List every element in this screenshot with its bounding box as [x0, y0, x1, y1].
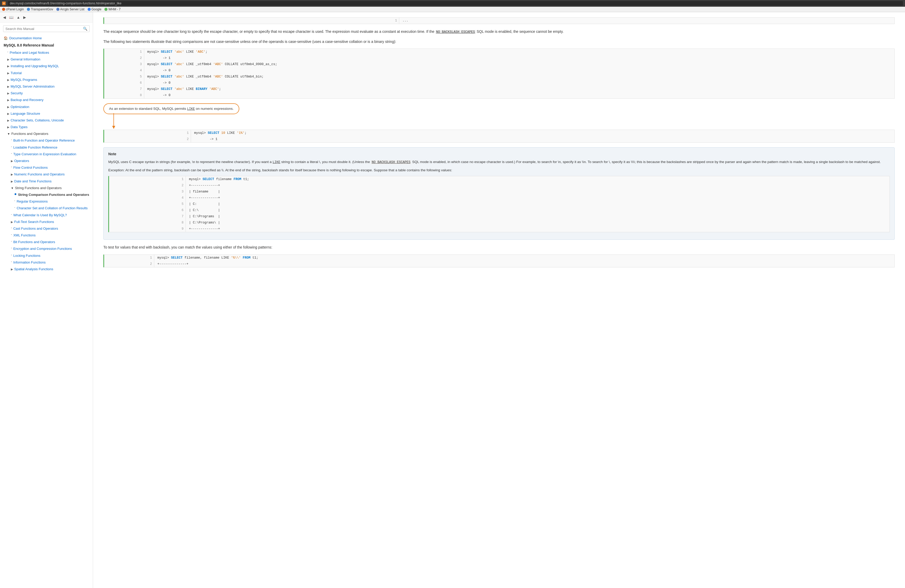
note-title: Note [108, 151, 890, 157]
nav-language-structure[interactable]: ▶ Language Structure [0, 110, 93, 117]
code-line: 2 -> 1 [104, 136, 894, 143]
nav-information[interactable]: · Information Functions [0, 259, 93, 266]
nav-encryption[interactable]: · Encryption and Compression Functions [0, 246, 93, 252]
arrow-icon: ▶ [11, 267, 13, 271]
nav-operators[interactable]: ▶ Operators [0, 158, 93, 164]
nav-preface[interactable]: · Preface and Legal Notices [0, 49, 93, 56]
arrow-icon: ▶ [7, 64, 9, 68]
nav-string-comparison[interactable]: ● String Comparison Functions and Operat… [0, 192, 93, 198]
bookmark-cpanel[interactable]: cPanel Login [2, 8, 24, 11]
nav-charsets[interactable]: ▶ Character Sets, Collations, Unicode [0, 117, 93, 124]
doc-home-link[interactable]: 🏠 Documentation Home [0, 35, 93, 41]
search-input[interactable] [5, 27, 83, 31]
nav-label: Preface and Legal Notices [10, 51, 49, 55]
nav-numeric[interactable]: ▶ Numeric Functions and Operators [0, 171, 93, 178]
nav-functions[interactable]: ▼ Functions and Operators [0, 130, 93, 137]
nav-cast[interactable]: · Cast Functions and Operators [0, 225, 93, 232]
nav-label: Backup and Recovery [11, 98, 43, 102]
bullet-icon: · [14, 205, 15, 209]
transparentgov-icon [27, 8, 30, 11]
nav-type-conversion[interactable]: · Type Conversion in Expression Evaluati… [0, 151, 93, 158]
code-line: 5 | C: | [109, 201, 889, 207]
sidebar-nav: · Preface and Legal Notices ▶ General In… [0, 49, 93, 588]
search-button[interactable]: 🔍 [83, 27, 87, 31]
whm-icon [105, 8, 108, 11]
nav-label: String Functions and Operators [15, 186, 62, 190]
nav-datatypes[interactable]: ▶ Data Types [0, 124, 93, 130]
nav-label: Spatial Analysis Functions [14, 267, 53, 271]
nav-datetime[interactable]: ▶ Date and Time Functions [0, 178, 93, 185]
para3: To test for values that end with backsla… [103, 244, 895, 250]
code-line: 4 +--------------+ [109, 195, 889, 201]
nav-fulltext[interactable]: ▶ Full-Text Search Functions [0, 219, 93, 225]
url-display: dev.mysql.com/doc/refman/8.0/en/string-c… [8, 1, 903, 6]
note-like-code: LIKE [273, 160, 280, 164]
nav-label: Flow Control Functions [13, 165, 48, 170]
code-line: 2 +--------------+ [104, 261, 894, 267]
nav-programs[interactable]: ▶ MySQL Programs [0, 76, 93, 83]
nav-loadable-ref[interactable]: · Loadable Function Reference [0, 144, 93, 151]
code-line: 1 mysql> SELECT 'abc' LIKE 'ABC'; [104, 49, 894, 55]
nav-label: Numeric Functions and Operators [14, 172, 65, 177]
nav-locking[interactable]: · Locking Functions [0, 252, 93, 259]
nav-general-info[interactable]: ▶ General Information [0, 56, 93, 63]
sidebar: ◀ 📖 ▲ ▶ 🔍 🏠 Documentation Home MySQL 8.0… [0, 12, 93, 588]
search-box[interactable]: 🔍 [3, 25, 90, 32]
bullet-icon: · [11, 151, 12, 155]
arrow-icon: ▶ [7, 85, 9, 89]
bookmark-transparentgov[interactable]: TransparentGov [27, 8, 53, 11]
arrow-icon: ▶ [7, 98, 9, 102]
sidebar-manual-title: MySQL 8.0 Reference Manual [0, 41, 93, 49]
nav-string-functions[interactable]: ▼ String Functions and Operators [0, 185, 93, 192]
arrow-icon: ▶ [7, 58, 9, 62]
arrow-icon: ▶ [11, 220, 13, 224]
code-line: 4 -> 0 [104, 67, 894, 74]
arrow-icon: ▶ [7, 78, 9, 82]
mysql-favicon: M [2, 2, 6, 5]
nav-server-admin[interactable]: ▶ MySQL Server Administration [0, 83, 93, 90]
nav-label: Language Structure [11, 111, 40, 116]
bullet-icon: · [11, 239, 12, 243]
code-line: 9 +--------------+ [109, 226, 889, 232]
nav-label: Full-Text Search Functions [14, 220, 54, 224]
nav-regex[interactable]: · Regular Expressions [0, 198, 93, 205]
nav-installing[interactable]: ▶ Installing and Upgrading MySQL [0, 63, 93, 70]
code-line: 1 ... [104, 17, 894, 24]
bookmark-google[interactable]: Google [87, 8, 102, 11]
nav-xml[interactable]: · XML Functions [0, 232, 93, 239]
bookmark-arcgis[interactable]: Arcgis Server List [56, 8, 84, 11]
nav-charset-collation[interactable]: · Character Set and Collation of Functio… [0, 205, 93, 212]
bookmark-whm[interactable]: WHM - 7 [105, 8, 121, 11]
nav-label: Type Conversion in Expression Evaluation [13, 152, 76, 157]
nav-label: What Calendar Is Used By MySQL? [13, 213, 67, 217]
annotation-arrow [106, 113, 127, 134]
nav-calendar[interactable]: · What Calendar Is Used By MySQL? [0, 212, 93, 219]
nav-label: Date and Time Functions [14, 179, 52, 184]
bullet-icon: · [11, 226, 12, 230]
sidebar-next-button[interactable]: ▶ [22, 14, 27, 21]
nav-flow-control[interactable]: · Flow Control Functions [0, 164, 93, 171]
sidebar-up-button[interactable]: ▲ [16, 14, 21, 21]
like-code-ellipse: LIKE [187, 107, 195, 111]
code-line: 6 -> 0 [104, 80, 894, 86]
nav-tutorial[interactable]: ▶ Tutorial [0, 70, 93, 76]
nav-label: Information Functions [13, 260, 46, 265]
nav-builtin-ref[interactable]: · Built-In Function and Operator Referen… [0, 137, 93, 144]
nav-label: Encryption and Compression Functions [13, 246, 72, 251]
bullet-icon: · [11, 253, 12, 257]
note-box: Note MySQL uses C escape syntax in strin… [103, 147, 895, 240]
nav-bit[interactable]: · Bit Functions and Operators [0, 239, 93, 246]
arrow-icon: ▶ [7, 112, 9, 116]
nav-label: Character Set and Collation of Function … [16, 206, 87, 211]
code-line: 8 | C:\Programs\ | [109, 220, 889, 226]
nav-spatial[interactable]: ▶ Spatial Analysis Functions [0, 266, 93, 273]
note-exception: Exception: At the end of the pattern str… [108, 167, 890, 173]
content-area: 1 ... The escape sequence should be one … [93, 12, 905, 588]
nav-label: Loadable Function Reference [13, 145, 57, 150]
nav-security[interactable]: ▶ Security [0, 90, 93, 97]
sidebar-toggle-button[interactable]: ◀ [2, 14, 7, 21]
nav-backup[interactable]: ▶ Backup and Recovery [0, 97, 93, 103]
nav-optimization[interactable]: ▶ Optimization [0, 104, 93, 110]
code-line: 3 | filename | [109, 189, 889, 195]
sidebar-book-button[interactable]: 📖 [8, 14, 14, 21]
